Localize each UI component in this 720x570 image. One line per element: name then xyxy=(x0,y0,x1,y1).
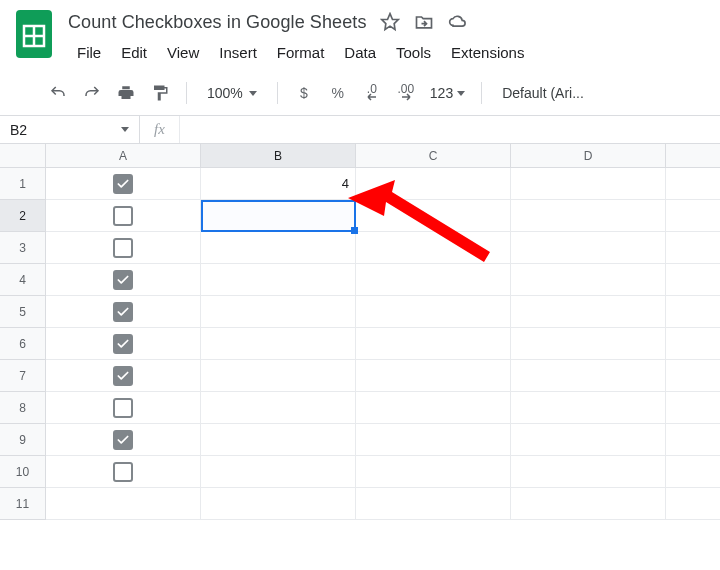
cell[interactable] xyxy=(356,328,511,360)
menu-insert[interactable]: Insert xyxy=(210,40,266,65)
checkbox[interactable] xyxy=(113,334,133,354)
undo-button[interactable] xyxy=(44,79,72,107)
cell[interactable] xyxy=(666,200,720,232)
checkbox[interactable] xyxy=(113,270,133,290)
cell[interactable] xyxy=(511,360,666,392)
formula-bar[interactable] xyxy=(180,116,720,143)
col-header-D[interactable]: D xyxy=(511,144,666,167)
checkbox[interactable] xyxy=(113,462,133,482)
menu-view[interactable]: View xyxy=(158,40,208,65)
cell[interactable] xyxy=(201,360,356,392)
increase-decimal-button[interactable]: .00 xyxy=(392,79,420,107)
cell[interactable] xyxy=(201,232,356,264)
checkbox[interactable] xyxy=(113,238,133,258)
col-header-A[interactable]: A xyxy=(46,144,201,167)
cell[interactable] xyxy=(46,456,201,488)
menu-file[interactable]: File xyxy=(68,40,110,65)
menu-edit[interactable]: Edit xyxy=(112,40,156,65)
cell[interactable] xyxy=(356,488,511,520)
cell[interactable] xyxy=(511,424,666,456)
cell[interactable] xyxy=(201,296,356,328)
cell[interactable] xyxy=(46,328,201,360)
cell[interactable] xyxy=(356,392,511,424)
col-header-B[interactable]: B xyxy=(201,144,356,167)
percent-button[interactable]: % xyxy=(324,79,352,107)
number-format-dropdown[interactable]: 123 xyxy=(426,79,469,107)
row-header[interactable]: 8 xyxy=(0,392,46,424)
select-all-corner[interactable] xyxy=(0,144,46,167)
print-button[interactable] xyxy=(112,79,140,107)
row-header[interactable]: 1 xyxy=(0,168,46,200)
cell[interactable] xyxy=(511,296,666,328)
redo-button[interactable] xyxy=(78,79,106,107)
col-header-E[interactable] xyxy=(666,144,720,167)
cell[interactable] xyxy=(201,328,356,360)
cell[interactable] xyxy=(46,296,201,328)
cell[interactable] xyxy=(511,456,666,488)
sheets-logo[interactable] xyxy=(14,8,54,60)
zoom-dropdown[interactable]: 100% xyxy=(199,79,265,107)
name-box[interactable]: B2 xyxy=(0,116,140,143)
row-header[interactable]: 4 xyxy=(0,264,46,296)
cell[interactable] xyxy=(666,232,720,264)
row-header[interactable]: 10 xyxy=(0,456,46,488)
cell[interactable] xyxy=(46,360,201,392)
cell[interactable] xyxy=(46,200,201,232)
cell[interactable] xyxy=(356,168,511,200)
cell[interactable] xyxy=(511,392,666,424)
row-header[interactable]: 5 xyxy=(0,296,46,328)
menu-data[interactable]: Data xyxy=(335,40,385,65)
cell[interactable] xyxy=(46,424,201,456)
cell[interactable] xyxy=(356,232,511,264)
currency-button[interactable]: $ xyxy=(290,79,318,107)
cell[interactable] xyxy=(666,168,720,200)
cell[interactable] xyxy=(666,328,720,360)
cell[interactable] xyxy=(666,424,720,456)
cell[interactable] xyxy=(666,392,720,424)
cell[interactable] xyxy=(201,200,356,232)
cell[interactable] xyxy=(356,360,511,392)
cell[interactable] xyxy=(666,264,720,296)
cell[interactable] xyxy=(201,456,356,488)
cell[interactable] xyxy=(46,264,201,296)
menu-format[interactable]: Format xyxy=(268,40,334,65)
cell[interactable] xyxy=(666,296,720,328)
cell[interactable] xyxy=(511,264,666,296)
row-header[interactable]: 9 xyxy=(0,424,46,456)
cell[interactable] xyxy=(46,232,201,264)
cell[interactable] xyxy=(666,488,720,520)
menu-extensions[interactable]: Extensions xyxy=(442,40,533,65)
checkbox[interactable] xyxy=(113,174,133,194)
star-icon[interactable] xyxy=(380,12,400,32)
cell[interactable] xyxy=(511,232,666,264)
cell[interactable] xyxy=(511,328,666,360)
cell[interactable] xyxy=(46,392,201,424)
decrease-decimal-button[interactable]: .0 xyxy=(358,79,386,107)
checkbox[interactable] xyxy=(113,398,133,418)
cell[interactable] xyxy=(201,392,356,424)
cell[interactable]: 4 xyxy=(201,168,356,200)
row-header[interactable]: 6 xyxy=(0,328,46,360)
checkbox[interactable] xyxy=(113,206,133,226)
cell[interactable] xyxy=(666,360,720,392)
cell[interactable] xyxy=(511,200,666,232)
cell[interactable] xyxy=(666,456,720,488)
col-header-C[interactable]: C xyxy=(356,144,511,167)
cell[interactable] xyxy=(356,296,511,328)
row-header[interactable]: 2 xyxy=(0,200,46,232)
menu-tools[interactable]: Tools xyxy=(387,40,440,65)
font-family-dropdown[interactable]: Default (Ari... xyxy=(494,79,592,107)
cell[interactable] xyxy=(356,264,511,296)
cell[interactable] xyxy=(511,488,666,520)
cell[interactable] xyxy=(511,168,666,200)
row-header[interactable]: 7 xyxy=(0,360,46,392)
paint-format-button[interactable] xyxy=(146,79,174,107)
move-folder-icon[interactable] xyxy=(414,12,434,32)
cell[interactable] xyxy=(356,424,511,456)
cell[interactable] xyxy=(201,424,356,456)
row-header[interactable]: 11 xyxy=(0,488,46,520)
checkbox[interactable] xyxy=(113,430,133,450)
cell[interactable] xyxy=(46,488,201,520)
cell[interactable] xyxy=(356,200,511,232)
doc-title[interactable]: Count Checkboxes in Google Sheets xyxy=(68,12,366,33)
